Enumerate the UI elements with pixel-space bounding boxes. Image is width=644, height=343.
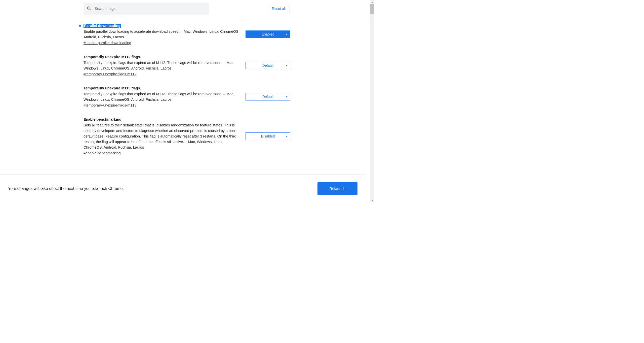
chevron-down-icon: ▾ [286, 64, 288, 67]
viewport: Reset all Parallel downloadingEnable par… [0, 0, 374, 202]
fade-cutoff [0, 170, 366, 174]
flag-text-column: Temporarily unexpire M112 flags.Temporar… [84, 55, 246, 76]
flag-anchor-link[interactable]: #temporary-unexpire-flags-m112 [84, 72, 136, 76]
flag-state-label: Enabled [261, 32, 274, 36]
modified-dot-icon [79, 25, 81, 27]
scroll-up-arrow[interactable]: ▴ [370, 0, 374, 4]
flags-list: Parallel downloadingEnable parallel down… [0, 17, 370, 155]
flag-select-wrap: Enabled▾ [246, 30, 290, 38]
flag-state-select[interactable]: Enabled▾ [246, 30, 290, 38]
flag-anchor-link[interactable]: #enable-parallel-downloading [84, 41, 131, 45]
flag-state-select[interactable]: Default▾ [246, 93, 290, 100]
flag-select-wrap: Default▾ [246, 93, 290, 100]
flag-select-wrap: Disabled▾ [246, 132, 290, 140]
flag-select-wrap: Default▾ [246, 62, 290, 69]
content-area: Reset all Parallel downloadingEnable par… [0, 0, 370, 202]
footer-message: Your changes will take effect the next t… [8, 186, 124, 191]
scroll-down-arrow[interactable]: ▾ [370, 198, 374, 202]
flag-row: Temporarily unexpire M113 flags.Temporar… [84, 86, 290, 107]
chevron-down-icon: ▾ [286, 135, 288, 138]
flag-title: Enable benchmarking [84, 117, 122, 121]
header-inner [84, 3, 292, 15]
flag-text-column: Temporarily unexpire M113 flags.Temporar… [84, 86, 246, 107]
flag-description: Temporarily unexpire flags that expired … [84, 91, 240, 102]
relaunch-footer: Your changes will take effect the next t… [0, 174, 366, 202]
chevron-down-icon: ▾ [286, 33, 288, 36]
flag-state-select[interactable]: Default▾ [246, 62, 290, 69]
flag-text-column: Parallel downloadingEnable parallel down… [84, 24, 246, 45]
flag-anchor-link[interactable]: #temporary-unexpire-flags-m113 [84, 103, 136, 107]
header-bar: Reset all [0, 0, 370, 17]
scrollbar-track[interactable]: ▴ ▾ [370, 0, 374, 202]
scroll-thumb[interactable] [370, 4, 374, 14]
search-box[interactable] [84, 3, 209, 15]
flag-description: Sets all features to their default state… [84, 122, 240, 150]
search-input[interactable] [95, 6, 206, 11]
flag-state-label: Default [262, 95, 273, 99]
flag-state-label: Disabled [261, 134, 275, 138]
flag-description: Enable parallel downloading to accelerat… [84, 29, 240, 40]
reset-all-button[interactable]: Reset all [268, 4, 290, 13]
flag-row: Parallel downloadingEnable parallel down… [84, 24, 290, 45]
relaunch-button[interactable]: Relaunch [317, 182, 357, 195]
flag-state-select[interactable]: Disabled▾ [246, 132, 290, 140]
chevron-down-icon: ▾ [286, 95, 288, 98]
flag-title: Temporarily unexpire M113 flags. [84, 86, 141, 90]
flag-title: Temporarily unexpire M112 flags. [84, 55, 141, 59]
flag-row: Temporarily unexpire M112 flags.Temporar… [84, 55, 290, 76]
flag-title: Parallel downloading [84, 24, 121, 28]
flag-row: Enable benchmarkingSets all features to … [84, 117, 290, 155]
flag-text-column: Enable benchmarkingSets all features to … [84, 117, 246, 155]
flag-anchor-link[interactable]: #enable-benchmarking [84, 151, 121, 155]
flag-description: Temporarily unexpire flags that expired … [84, 60, 240, 71]
search-icon [87, 6, 92, 11]
flag-state-label: Default [262, 63, 273, 67]
